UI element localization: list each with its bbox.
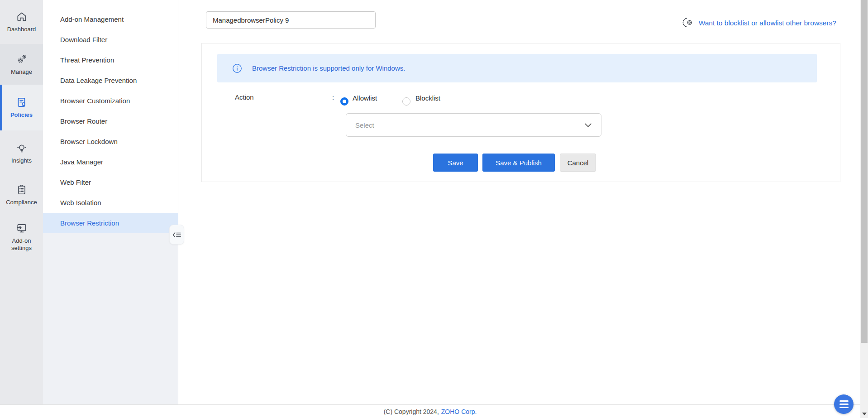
cancel-button[interactable]: Cancel	[560, 154, 596, 172]
icon-rail: Dashboard Manage Policies	[0, 0, 43, 404]
rail-label: Compliance	[4, 199, 39, 206]
monitor-install-icon	[16, 222, 28, 234]
other-browsers-link[interactable]: Want to blocklist or allowlist other bro…	[682, 17, 836, 29]
bulb-gear-icon	[682, 17, 695, 29]
info-icon	[232, 63, 242, 73]
sidebar-item-java-manager[interactable]: Java Manager	[43, 152, 178, 172]
policies-sidebar: Add-on Management Download Filter Threat…	[43, 0, 178, 404]
policy-name-input[interactable]	[206, 11, 376, 29]
scroll-down-arrow-icon	[862, 413, 867, 415]
lightbulb-icon	[16, 142, 28, 154]
action-label: Action	[235, 93, 254, 101]
other-browsers-link-label: Want to blocklist or allowlist other bro…	[699, 19, 836, 27]
sidebar-item-browser-lockdown[interactable]: Browser Lockdown	[43, 131, 178, 152]
rail-label: Dashboard	[5, 26, 38, 33]
chevron-down-icon	[584, 123, 592, 128]
sidebar-item-threat-prevention[interactable]: Threat Prevention	[43, 50, 178, 70]
browser-restriction-panel: Browser Restriction is supported only fo…	[201, 43, 840, 182]
save-and-publish-button[interactable]: Save & Publish	[482, 154, 555, 172]
sidebar-item-web-isolation[interactable]: Web Isolation	[43, 192, 178, 213]
sidebar-item-addon-management[interactable]: Add-on Management	[43, 9, 178, 29]
sidebar-item-browser-router[interactable]: Browser Router	[43, 111, 178, 131]
home-icon	[16, 11, 28, 23]
rail-item-compliance[interactable]: Compliance	[0, 176, 43, 214]
sidebar-item-download-filter[interactable]: Download Filter	[43, 29, 178, 50]
rail-label: Manage	[9, 68, 34, 76]
copyright-text: (C) Copyright 2024,	[384, 408, 439, 415]
hamburger-icon	[839, 400, 849, 402]
clipboard-icon	[16, 184, 28, 196]
policy-document-icon	[16, 96, 28, 108]
app-window: Dashboard Manage Policies	[0, 0, 868, 418]
gears-icon	[16, 53, 28, 65]
policy-menu-list: Add-on Management Download Filter Threat…	[43, 0, 178, 233]
floating-menu-button[interactable]	[834, 394, 854, 414]
rail-item-manage[interactable]: Manage	[0, 44, 43, 85]
rail-item-insights[interactable]: Insights	[0, 130, 43, 176]
blocklist-radio[interactable]	[402, 97, 410, 106]
rail-item-addon-settings[interactable]: Add-on settings	[0, 214, 43, 260]
rail-item-dashboard[interactable]: Dashboard	[0, 0, 43, 44]
active-indicator-bar	[0, 85, 2, 130]
rail-label: Add-on settings	[0, 237, 43, 252]
sidebar-item-web-filter[interactable]: Web Filter	[43, 172, 178, 192]
footer: (C) Copyright 2024, ZOHO Corp.	[0, 404, 860, 418]
scrollbar-down-button[interactable]	[860, 410, 868, 417]
select-placeholder: Select	[355, 121, 584, 129]
vertical-scrollbar[interactable]	[860, 0, 868, 418]
info-banner: Browser Restriction is supported only fo…	[217, 54, 817, 82]
sidebar-collapse-button[interactable]	[169, 225, 184, 245]
zoho-corp-link[interactable]: ZOHO Corp.	[441, 408, 477, 415]
rail-item-policies[interactable]: Policies	[0, 85, 43, 130]
sidebar-item-data-leakage-prevention[interactable]: Data Leakage Prevention	[43, 70, 178, 91]
rail-label: Insights	[10, 157, 33, 164]
sidebar-item-browser-restriction[interactable]: Browser Restriction	[43, 213, 178, 233]
collapse-menu-icon	[172, 231, 182, 239]
rail-label: Policies	[9, 111, 34, 119]
info-banner-text: Browser Restriction is supported only fo…	[252, 64, 405, 72]
blocklist-radio-label[interactable]: Blocklist	[415, 94, 440, 102]
sidebar-item-browser-customization[interactable]: Browser Customization	[43, 91, 178, 111]
browser-select-dropdown[interactable]: Select	[346, 113, 601, 137]
action-colon: :	[332, 93, 334, 101]
allowlist-radio-label[interactable]: Allowlist	[353, 94, 377, 102]
scrollbar-thumb[interactable]	[861, 0, 868, 343]
save-button[interactable]: Save	[433, 154, 478, 172]
allowlist-radio[interactable]	[340, 97, 348, 106]
